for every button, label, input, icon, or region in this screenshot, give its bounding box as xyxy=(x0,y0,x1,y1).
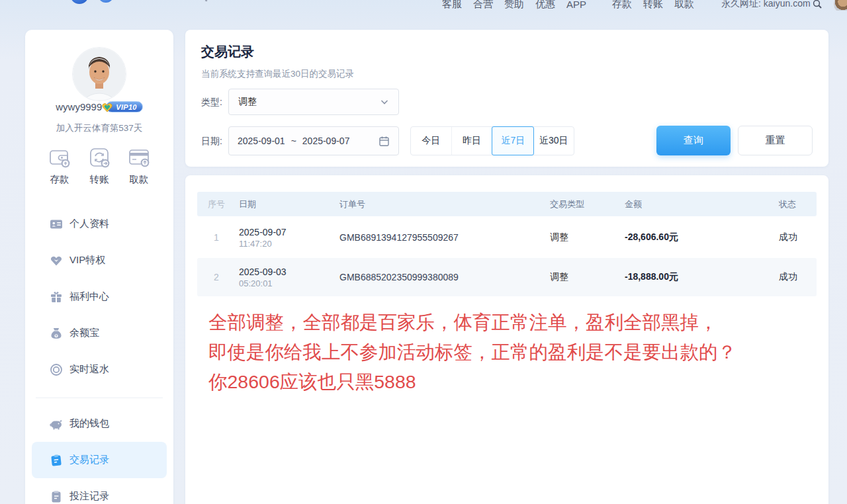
quick-actions: 存款 转账 取款 xyxy=(25,146,173,186)
type-filter-label: 类型: xyxy=(201,97,222,108)
calendar-icon xyxy=(379,136,390,147)
col-header-index: 序号 xyxy=(197,198,236,210)
table-row[interactable]: 1 2025-09-07 11:47:20 GMB689139412795550… xyxy=(197,218,817,257)
page-subtitle: 当前系统支持查询最近30日的交易记录 xyxy=(201,68,354,80)
sidebar-item-transactions[interactable]: 交易记录 xyxy=(32,442,167,478)
sidebar-item-wallet[interactable]: 我的钱包 xyxy=(32,405,167,442)
id-card-icon xyxy=(50,218,63,231)
type-select-value: 调整 xyxy=(238,96,380,108)
date-filter-label: 日期: xyxy=(201,136,222,147)
type-select[interactable]: 调整 xyxy=(228,89,399,115)
sidebar-item-rebate[interactable]: 实时返水 xyxy=(32,351,167,388)
logo-circle xyxy=(98,0,114,3)
deposit-button[interactable]: 存款 xyxy=(41,146,78,186)
sidebar-item-label: 实时返水 xyxy=(69,363,109,376)
transfer-icon xyxy=(87,146,111,169)
table-header-row: 序号 日期 订单号 交易类型 金额 状态 xyxy=(197,192,817,216)
cell-transaction-type: 调整 xyxy=(547,231,618,243)
vip-badge: VIP10 xyxy=(106,101,142,112)
sidebar-menu-records: 我的钱包 交易记录 投注记录 xyxy=(25,405,173,504)
red-annotation-text: 全部调整，全部都是百家乐，体育正常注单，盈利全部黑掉， 即使是你给我上不参加活动… xyxy=(208,308,736,397)
range-yesterday-button[interactable]: 昨日 xyxy=(452,127,493,155)
annotation-line: 全部调整，全部都是百家乐，体育正常注单，盈利全部黑掉， xyxy=(208,308,736,337)
withdraw-label: 取款 xyxy=(130,173,149,186)
transfer-button[interactable]: 转账 xyxy=(81,146,118,186)
deposit-label: 存款 xyxy=(50,173,69,186)
sidebar-item-label: 投注记录 xyxy=(69,490,109,503)
annotation-line: 即使是你给我上不参加活动标签，正常的盈利是不是要出款的？ xyxy=(208,337,736,367)
vip-gem-icon xyxy=(50,254,63,267)
nav-item-service[interactable]: 客服 xyxy=(442,0,462,11)
range-today-button[interactable]: 今日 xyxy=(411,127,452,155)
transaction-table-panel: 序号 日期 订单号 交易类型 金额 状态 1 2025-09-07 11:47:… xyxy=(185,175,828,504)
sidebar-item-label: 福利中心 xyxy=(69,290,109,303)
annotation-line: 你28606应该也只黑5888 xyxy=(208,367,736,397)
cell-amount: -18,888.00元 xyxy=(618,271,770,283)
cell-transaction-type: 调整 xyxy=(547,271,618,283)
transfer-label: 转账 xyxy=(90,173,109,186)
cell-date-time: 05:20:01 xyxy=(239,278,336,288)
cell-index: 2 xyxy=(197,272,236,282)
query-button[interactable]: 查询 xyxy=(656,126,731,155)
top-navigation: 客服 合营 赞助 优惠 APP 存款 转账 取款 永久网址: kaiyun.co… xyxy=(0,0,847,11)
nav-item-promo[interactable]: 优惠 xyxy=(535,0,555,11)
cell-date-day: 2025-09-03 xyxy=(239,267,336,277)
nav-item-transfer[interactable]: 转账 xyxy=(643,0,663,11)
col-header-amount: 金额 xyxy=(618,198,770,210)
reset-button[interactable]: 重置 xyxy=(738,126,813,155)
vip-level-label: VIP10 xyxy=(116,103,136,111)
sidebar-item-vip[interactable]: VIP特权 xyxy=(32,242,167,278)
piggy-bank-icon xyxy=(50,417,63,431)
cell-date: 2025-09-03 05:20:01 xyxy=(236,267,336,288)
chevron-down-icon xyxy=(380,97,389,106)
date-start: 2025-09-01 xyxy=(238,136,285,146)
col-header-status: 状态 xyxy=(770,198,817,210)
nav-item-deposit[interactable]: 存款 xyxy=(612,0,632,11)
nav-item-withdraw[interactable]: 取款 xyxy=(674,0,694,11)
sidebar-item-profile[interactable]: 个人资料 xyxy=(32,206,167,242)
sidebar-item-betting[interactable]: 投注记录 xyxy=(32,478,167,504)
date-separator: ~ xyxy=(291,136,296,146)
transaction-record-icon xyxy=(50,454,63,467)
range-7days-button[interactable]: 近7日 xyxy=(492,126,534,155)
cell-date-day: 2025-09-07 xyxy=(239,227,336,237)
cell-order-number: GMB6891394127955509267 xyxy=(336,232,547,243)
col-header-date: 日期 xyxy=(236,198,336,210)
sidebar: wywy9999 VIP10 加入开云体育第537天 存款 xyxy=(25,30,173,504)
money-bag-icon xyxy=(50,327,63,340)
sidebar-item-label: VIP特权 xyxy=(69,254,105,267)
cell-order-number: GMB6885202350999380089 xyxy=(336,272,547,282)
gift-icon xyxy=(50,290,63,304)
range-30days-button[interactable]: 近30日 xyxy=(533,127,574,155)
nav-item-sponsor[interactable]: 赞助 xyxy=(504,0,524,11)
logo-circle xyxy=(70,0,89,4)
search-icon[interactable] xyxy=(812,0,823,9)
cell-index: 1 xyxy=(197,232,236,243)
sidebar-item-benefits[interactable]: 福利中心 xyxy=(32,278,167,315)
site-logo[interactable] xyxy=(70,0,134,5)
col-header-order: 订单号 xyxy=(336,198,547,210)
sidebar-divider xyxy=(36,398,163,398)
page-title: 交易记录 xyxy=(201,43,254,61)
username: wywy9999 xyxy=(56,101,102,112)
vip-gem-icon xyxy=(101,101,113,113)
withdraw-card-icon xyxy=(127,146,151,169)
date-range-input[interactable]: 2025-09-01 ~ 2025-09-07 xyxy=(228,126,399,155)
date-end: 2025-09-07 xyxy=(302,136,350,146)
cell-amount: -28,606.60元 xyxy=(618,231,770,243)
withdraw-button[interactable]: 取款 xyxy=(120,146,157,186)
sidebar-item-label: 余额宝 xyxy=(69,327,99,339)
logo-mark xyxy=(205,0,208,1)
cell-date: 2025-09-07 11:47:20 xyxy=(236,227,336,249)
sidebar-item-yuebao[interactable]: 余额宝 xyxy=(32,315,167,351)
deposit-wallet-icon xyxy=(48,146,71,169)
sidebar-item-label: 交易记录 xyxy=(69,454,109,466)
table-row[interactable]: 2 2025-09-03 05:20:01 GMB688520235099938… xyxy=(197,258,817,296)
nav-item-app[interactable]: APP xyxy=(566,0,586,10)
nav-item-partner[interactable]: 合营 xyxy=(473,0,493,11)
col-header-type: 交易类型 xyxy=(547,198,618,210)
join-days-label: 加入开云体育第537天 xyxy=(25,122,173,134)
user-avatar-small[interactable] xyxy=(833,0,847,11)
user-avatar[interactable] xyxy=(73,48,126,101)
rebate-coin-icon xyxy=(50,363,63,376)
